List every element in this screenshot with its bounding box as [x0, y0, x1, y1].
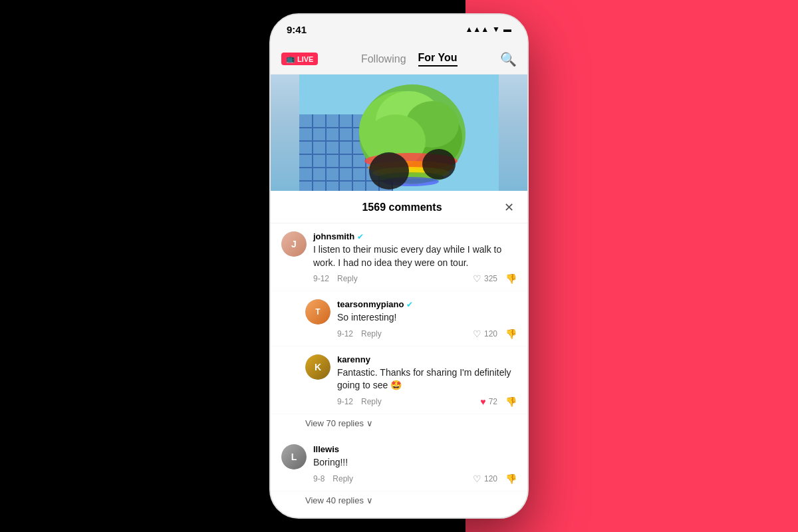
comment-meta: 9-12 Reply ♡ 325 👎 — [313, 273, 517, 284]
status-bar: 9:41 ▲▲▲ ▼ ▬ — [271, 15, 527, 44]
svg-point-26 — [422, 149, 456, 180]
comment-username: lllewis — [313, 444, 339, 454]
like-number: 72 — [489, 397, 497, 406]
comment-body: johnsmith ✔ I listen to their music ever… — [313, 231, 517, 284]
dislike-icon-active[interactable]: 👎 — [505, 473, 517, 484]
comment-item: J johnsmith ✔ I listen to their music ev… — [271, 223, 527, 291]
comment-username: karenny — [337, 354, 370, 364]
reply-button[interactable]: Reply — [361, 329, 382, 338]
tab-following[interactable]: Following — [361, 53, 406, 65]
dislike-icon[interactable]: 👎 — [505, 273, 517, 284]
comment-text: I listen to their music every day while … — [313, 243, 517, 269]
status-time: 9:41 — [287, 24, 307, 35]
comment-meta: 9-12 Reply ♥ 72 👎 — [337, 396, 517, 407]
live-badge[interactable]: 📺 LIVE — [281, 53, 318, 65]
avatar-karenny: K — [305, 354, 331, 380]
comment-item-reply-2: K karenny Fantastic. Thanks for sharing … — [271, 346, 527, 414]
avatar-image: J — [281, 231, 307, 257]
like-count: ♡ 120 👎 — [473, 473, 517, 484]
comment-text: Boring!!! — [313, 456, 517, 469]
like-count: ♥ 72 👎 — [480, 396, 517, 407]
signal-icon: ▲▲▲ — [465, 25, 489, 34]
comment-username: johnsmith — [313, 231, 354, 241]
view-replies-label: View 40 replies — [305, 495, 364, 505]
avatar-tearsonmypiano: T — [305, 299, 331, 325]
comment-body: tearsonmypiano ✔ So interesting! 9-12 Re… — [337, 299, 517, 339]
heart-icon[interactable]: ♡ — [473, 273, 481, 284]
comment-date: 9-8 — [313, 474, 325, 483]
comment-item-reply: T tearsonmypiano ✔ So interesting! 9-12 … — [271, 291, 527, 346]
comment-username: tearsonmypiano — [337, 299, 404, 309]
avatar-image: L — [281, 444, 307, 469]
comment-item-lllewis: L lllewis Boring!!! 9-8 Reply ♡ 120 👎 — [271, 436, 527, 491]
avatar-johnsmith: J — [281, 231, 307, 257]
comment-text: So interesting! — [337, 311, 517, 325]
like-count: ♡ 120 👎 — [473, 329, 517, 339]
username-row: johnsmith ✔ — [313, 231, 517, 241]
avatar-lllewis: L — [281, 444, 307, 469]
comment-date: 9-12 — [337, 329, 353, 338]
comment-body: lllewis Boring!!! 9-8 Reply ♡ 120 👎 — [313, 444, 517, 484]
view-replies-70[interactable]: View 70 replies ∨ — [271, 414, 527, 436]
comment-date: 9-12 — [337, 397, 353, 406]
live-label: LIVE — [297, 55, 313, 63]
search-icon[interactable]: 🔍 — [500, 51, 517, 67]
like-count: ♡ 325 👎 — [473, 273, 517, 284]
username-row: tearsonmypiano ✔ — [337, 299, 517, 309]
like-number: 325 — [484, 274, 497, 283]
wifi-icon: ▼ — [492, 25, 500, 34]
top-nav: 📺 LIVE Following For You 🔍 — [271, 44, 527, 74]
comment-meta: 9-12 Reply ♡ 120 👎 — [337, 329, 517, 339]
avatar-image: T — [305, 299, 331, 325]
comment-body: karenny Fantastic. Thanks for sharing I'… — [337, 354, 517, 407]
reply-button[interactable]: Reply — [332, 474, 353, 483]
username-row: lllewis — [313, 444, 517, 454]
reply-button[interactable]: Reply — [337, 274, 358, 283]
verified-icon: ✔ — [406, 300, 413, 309]
status-icons: ▲▲▲ ▼ ▬ — [465, 25, 511, 34]
battery-icon: ▬ — [503, 25, 511, 34]
comments-header: 1569 comments ✕ — [271, 191, 527, 223]
avatar-image: K — [305, 354, 331, 380]
balloon-container — [271, 74, 527, 191]
like-number: 120 — [484, 474, 497, 483]
heart-icon-liked[interactable]: ♥ — [480, 396, 485, 407]
view-replies-40[interactable]: View 40 replies ∨ — [271, 491, 527, 513]
comment-meta: 9-8 Reply ♡ 120 👎 — [313, 473, 517, 484]
view-replies-label: View 70 replies — [305, 418, 364, 428]
heart-icon[interactable]: ♡ — [473, 329, 481, 339]
phone-wrapper: 9:41 ▲▲▲ ▼ ▬ 📺 LIVE Following For You 🔍 — [269, 13, 529, 519]
balloon-svg — [299, 74, 499, 191]
video-area[interactable] — [271, 74, 527, 191]
verified-icon: ✔ — [357, 232, 364, 241]
tab-for-you[interactable]: For You — [418, 52, 458, 66]
live-tv-icon: 📺 — [286, 55, 295, 63]
comment-item-mikayla: M mikaylanogueira — [271, 513, 527, 519]
chevron-down-icon: ∨ — [366, 418, 373, 428]
username-row: karenny — [337, 354, 517, 364]
comments-count: 1569 comments — [300, 201, 504, 213]
close-button[interactable]: ✕ — [504, 200, 514, 215]
heart-icon[interactable]: ♡ — [473, 473, 481, 484]
comment-text: Fantastic. Thanks for sharing I'm defini… — [337, 366, 517, 392]
comment-date: 9-12 — [313, 274, 329, 283]
like-number: 120 — [484, 329, 497, 338]
nav-tabs: Following For You — [361, 52, 458, 66]
phone-frame: 9:41 ▲▲▲ ▼ ▬ 📺 LIVE Following For You 🔍 — [269, 13, 529, 519]
dislike-icon[interactable]: 👎 — [505, 396, 517, 407]
reply-button[interactable]: Reply — [361, 397, 382, 406]
svg-point-25 — [369, 152, 409, 190]
chevron-down-icon: ∨ — [366, 495, 373, 505]
dislike-icon[interactable]: 👎 — [505, 329, 517, 339]
comments-section: 1569 comments ✕ J johnsmith ✔ I listen t… — [271, 191, 527, 519]
